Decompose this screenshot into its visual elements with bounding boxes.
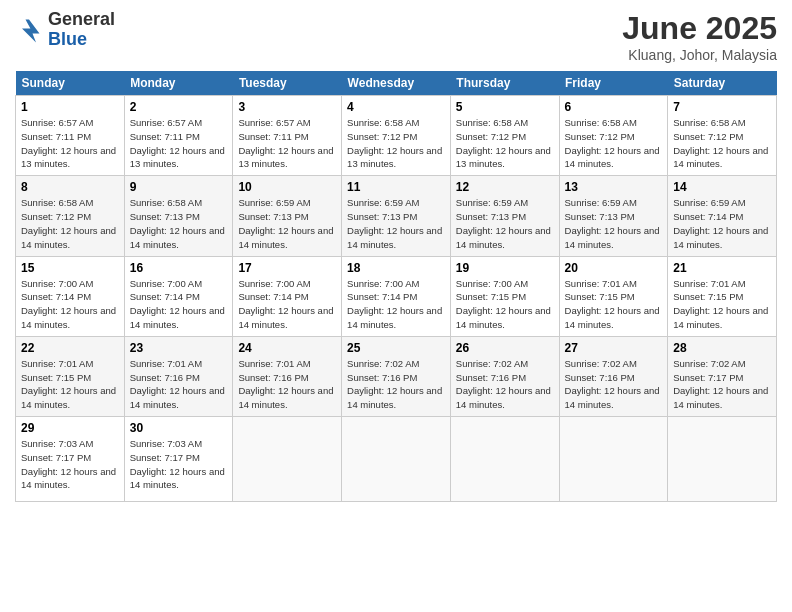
col-tuesday: Tuesday	[233, 71, 342, 96]
day-info: Sunrise: 6:58 AMSunset: 7:12 PMDaylight:…	[456, 117, 551, 169]
table-row	[559, 417, 668, 502]
day-number: 16	[130, 261, 228, 275]
day-info: Sunrise: 7:00 AMSunset: 7:14 PMDaylight:…	[21, 278, 116, 330]
day-number: 21	[673, 261, 771, 275]
col-sunday: Sunday	[16, 71, 125, 96]
page-container: General Blue June 2025 Kluang, Johor, Ma…	[0, 0, 792, 512]
table-row: 10 Sunrise: 6:59 AMSunset: 7:13 PMDaylig…	[233, 176, 342, 256]
day-number: 3	[238, 100, 336, 114]
table-row: 26 Sunrise: 7:02 AMSunset: 7:16 PMDaylig…	[450, 336, 559, 416]
day-number: 11	[347, 180, 445, 194]
table-row: 29 Sunrise: 7:03 AMSunset: 7:17 PMDaylig…	[16, 417, 125, 502]
col-monday: Monday	[124, 71, 233, 96]
calendar-week-row: 29 Sunrise: 7:03 AMSunset: 7:17 PMDaylig…	[16, 417, 777, 502]
day-info: Sunrise: 7:00 AMSunset: 7:14 PMDaylight:…	[347, 278, 442, 330]
day-info: Sunrise: 7:01 AMSunset: 7:16 PMDaylight:…	[130, 358, 225, 410]
day-number: 4	[347, 100, 445, 114]
day-info: Sunrise: 7:03 AMSunset: 7:17 PMDaylight:…	[21, 438, 116, 490]
logo-blue: Blue	[48, 30, 115, 50]
logo-icon	[15, 16, 43, 44]
day-info: Sunrise: 6:59 AMSunset: 7:13 PMDaylight:…	[456, 197, 551, 249]
col-thursday: Thursday	[450, 71, 559, 96]
day-info: Sunrise: 6:58 AMSunset: 7:13 PMDaylight:…	[130, 197, 225, 249]
day-number: 12	[456, 180, 554, 194]
day-info: Sunrise: 7:02 AMSunset: 7:16 PMDaylight:…	[456, 358, 551, 410]
location: Kluang, Johor, Malaysia	[622, 47, 777, 63]
table-row	[342, 417, 451, 502]
page-header: General Blue June 2025 Kluang, Johor, Ma…	[15, 10, 777, 63]
col-friday: Friday	[559, 71, 668, 96]
calendar-header-row: Sunday Monday Tuesday Wednesday Thursday…	[16, 71, 777, 96]
day-number: 26	[456, 341, 554, 355]
table-row: 8 Sunrise: 6:58 AMSunset: 7:12 PMDayligh…	[16, 176, 125, 256]
table-row: 11 Sunrise: 6:59 AMSunset: 7:13 PMDaylig…	[342, 176, 451, 256]
day-info: Sunrise: 6:58 AMSunset: 7:12 PMDaylight:…	[565, 117, 660, 169]
calendar-week-row: 22 Sunrise: 7:01 AMSunset: 7:15 PMDaylig…	[16, 336, 777, 416]
day-number: 17	[238, 261, 336, 275]
day-info: Sunrise: 6:59 AMSunset: 7:14 PMDaylight:…	[673, 197, 768, 249]
table-row	[233, 417, 342, 502]
day-info: Sunrise: 7:02 AMSunset: 7:16 PMDaylight:…	[347, 358, 442, 410]
table-row: 6 Sunrise: 6:58 AMSunset: 7:12 PMDayligh…	[559, 96, 668, 176]
svg-marker-0	[22, 19, 40, 42]
day-number: 8	[21, 180, 119, 194]
logo-text: General Blue	[48, 10, 115, 50]
day-number: 30	[130, 421, 228, 435]
day-info: Sunrise: 7:00 AMSunset: 7:14 PMDaylight:…	[130, 278, 225, 330]
col-saturday: Saturday	[668, 71, 777, 96]
day-number: 6	[565, 100, 663, 114]
day-number: 7	[673, 100, 771, 114]
day-info: Sunrise: 7:00 AMSunset: 7:14 PMDaylight:…	[238, 278, 333, 330]
table-row: 9 Sunrise: 6:58 AMSunset: 7:13 PMDayligh…	[124, 176, 233, 256]
day-info: Sunrise: 7:02 AMSunset: 7:17 PMDaylight:…	[673, 358, 768, 410]
day-number: 19	[456, 261, 554, 275]
day-number: 22	[21, 341, 119, 355]
table-row: 5 Sunrise: 6:58 AMSunset: 7:12 PMDayligh…	[450, 96, 559, 176]
table-row: 20 Sunrise: 7:01 AMSunset: 7:15 PMDaylig…	[559, 256, 668, 336]
calendar-table: Sunday Monday Tuesday Wednesday Thursday…	[15, 71, 777, 502]
day-info: Sunrise: 6:59 AMSunset: 7:13 PMDaylight:…	[347, 197, 442, 249]
table-row: 22 Sunrise: 7:01 AMSunset: 7:15 PMDaylig…	[16, 336, 125, 416]
calendar-week-row: 1 Sunrise: 6:57 AMSunset: 7:11 PMDayligh…	[16, 96, 777, 176]
day-info: Sunrise: 6:58 AMSunset: 7:12 PMDaylight:…	[347, 117, 442, 169]
day-number: 10	[238, 180, 336, 194]
day-info: Sunrise: 7:00 AMSunset: 7:15 PMDaylight:…	[456, 278, 551, 330]
col-wednesday: Wednesday	[342, 71, 451, 96]
day-info: Sunrise: 6:58 AMSunset: 7:12 PMDaylight:…	[673, 117, 768, 169]
table-row: 18 Sunrise: 7:00 AMSunset: 7:14 PMDaylig…	[342, 256, 451, 336]
table-row: 28 Sunrise: 7:02 AMSunset: 7:17 PMDaylig…	[668, 336, 777, 416]
table-row: 30 Sunrise: 7:03 AMSunset: 7:17 PMDaylig…	[124, 417, 233, 502]
day-number: 2	[130, 100, 228, 114]
day-number: 5	[456, 100, 554, 114]
table-row: 15 Sunrise: 7:00 AMSunset: 7:14 PMDaylig…	[16, 256, 125, 336]
day-number: 20	[565, 261, 663, 275]
table-row: 27 Sunrise: 7:02 AMSunset: 7:16 PMDaylig…	[559, 336, 668, 416]
table-row: 16 Sunrise: 7:00 AMSunset: 7:14 PMDaylig…	[124, 256, 233, 336]
month-title: June 2025	[622, 10, 777, 47]
table-row: 2 Sunrise: 6:57 AMSunset: 7:11 PMDayligh…	[124, 96, 233, 176]
day-info: Sunrise: 6:57 AMSunset: 7:11 PMDaylight:…	[21, 117, 116, 169]
day-info: Sunrise: 6:58 AMSunset: 7:12 PMDaylight:…	[21, 197, 116, 249]
table-row: 7 Sunrise: 6:58 AMSunset: 7:12 PMDayligh…	[668, 96, 777, 176]
table-row: 1 Sunrise: 6:57 AMSunset: 7:11 PMDayligh…	[16, 96, 125, 176]
day-number: 18	[347, 261, 445, 275]
day-number: 14	[673, 180, 771, 194]
day-info: Sunrise: 7:01 AMSunset: 7:15 PMDaylight:…	[565, 278, 660, 330]
day-number: 29	[21, 421, 119, 435]
day-info: Sunrise: 6:57 AMSunset: 7:11 PMDaylight:…	[130, 117, 225, 169]
day-number: 25	[347, 341, 445, 355]
title-area: June 2025 Kluang, Johor, Malaysia	[622, 10, 777, 63]
day-info: Sunrise: 7:02 AMSunset: 7:16 PMDaylight:…	[565, 358, 660, 410]
table-row: 23 Sunrise: 7:01 AMSunset: 7:16 PMDaylig…	[124, 336, 233, 416]
day-number: 28	[673, 341, 771, 355]
table-row: 12 Sunrise: 6:59 AMSunset: 7:13 PMDaylig…	[450, 176, 559, 256]
logo: General Blue	[15, 10, 115, 50]
day-number: 23	[130, 341, 228, 355]
table-row: 17 Sunrise: 7:00 AMSunset: 7:14 PMDaylig…	[233, 256, 342, 336]
day-info: Sunrise: 7:01 AMSunset: 7:16 PMDaylight:…	[238, 358, 333, 410]
logo-general: General	[48, 10, 115, 30]
table-row	[450, 417, 559, 502]
day-info: Sunrise: 6:57 AMSunset: 7:11 PMDaylight:…	[238, 117, 333, 169]
table-row	[668, 417, 777, 502]
table-row: 19 Sunrise: 7:00 AMSunset: 7:15 PMDaylig…	[450, 256, 559, 336]
